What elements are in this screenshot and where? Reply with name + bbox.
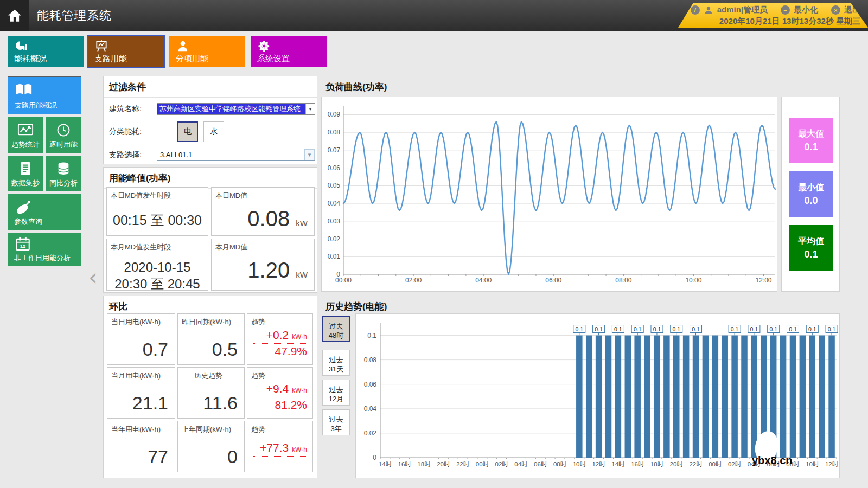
month-usage-cell: 当月用电(kW·h) 21.1 (107, 367, 175, 419)
history-trend-value: 11.6 (203, 393, 238, 414)
day-trend-pct: 47.9% (253, 345, 307, 358)
database-icon (56, 161, 71, 176)
sidebar-item-hourly-energy[interactable]: 逐时用能 (46, 117, 81, 153)
logout-icon[interactable]: × (831, 5, 840, 15)
bar (586, 336, 592, 458)
today-md-period-value: 00:15 至 00:30 (107, 211, 208, 229)
branch-select-value: 3.ALL01.1 (157, 149, 304, 160)
cell-label: 当年用电(kW·h) (107, 421, 175, 434)
bar (683, 336, 690, 458)
sidebar-item-trend-stats[interactable]: 趋势统计 (8, 117, 43, 153)
home-icon (7, 8, 23, 24)
sidebar-item-label: 参数查询 (14, 217, 81, 227)
range-past-48h-button[interactable]: 过去48时 (322, 316, 350, 342)
satellite-icon (14, 200, 34, 216)
logout-button[interactable]: 退出 (844, 5, 860, 15)
nav-tab-label: 能耗概况 (14, 54, 47, 64)
logged-in-user: admin|管理员 (717, 5, 768, 15)
lastyear-usage-cell: 上年同期(kW·h) 0 (177, 421, 245, 472)
building-name-label: 建筑名称: (109, 104, 157, 114)
bar (693, 336, 699, 458)
year-trend-cell: 趋势 +77.3 kW·h (247, 421, 313, 472)
month-trend-pct: 81.2% (253, 399, 307, 412)
today-usage-cell: 当日用电(kW·h) 0.7 (107, 313, 175, 365)
nav-tab-subitem-energy[interactable]: 分项用能 (169, 36, 245, 67)
history-trend-title: 历史趋势(电能) (326, 300, 387, 313)
collapse-sidebar-chevron-icon[interactable]: ‹ (88, 264, 98, 291)
bar (625, 336, 631, 458)
svg-text:08时: 08时 (553, 461, 567, 467)
load-curve-chart: 00.010.020.030.040.050.060.070.080.0900:… (322, 97, 777, 293)
lastyear-usage-value: 0 (227, 446, 238, 467)
building-select-arrow-icon[interactable]: ▾ (305, 104, 315, 114)
today-md-value-cell: 本日MD值 0.08 kW (211, 187, 315, 236)
sidebar-item-yoy-analysis[interactable]: 同比分析 (46, 156, 81, 191)
svg-text:0.03: 0.03 (328, 217, 341, 225)
svg-text:0.1: 0.1 (576, 326, 584, 332)
max-value-label: 最大值 (789, 129, 833, 140)
minimize-icon[interactable]: − (781, 5, 790, 15)
svg-text:0.1: 0.1 (750, 326, 758, 332)
svg-text:22时: 22时 (689, 461, 703, 467)
info-icon[interactable]: i (691, 5, 700, 15)
bar (800, 336, 806, 458)
app-title: 能耗管理系统 (37, 8, 112, 24)
svg-text:12: 12 (20, 243, 25, 249)
energy-type-electric-button[interactable]: 电 (177, 121, 198, 142)
bar (722, 336, 728, 458)
minimize-button[interactable]: 最小化 (794, 5, 818, 15)
month-md-value: 1.20 (247, 258, 290, 282)
energy-type-label: 分类能耗: (109, 127, 157, 137)
sidebar-item-parameter-query[interactable]: 参数查询 (8, 194, 81, 230)
svg-text:0.02: 0.02 (328, 235, 341, 243)
sidebar-item-nonworkday-analysis[interactable]: 12 非工作日用能分析 (8, 233, 81, 266)
home-button[interactable] (0, 0, 29, 31)
svg-text:00:00: 00:00 (335, 277, 352, 284)
bar (673, 336, 680, 458)
avg-value-label: 平均值 (789, 236, 833, 247)
svg-text:0: 0 (373, 454, 376, 461)
svg-text:0.06: 0.06 (328, 164, 341, 172)
range-past-3y-button[interactable]: 过去3年 (322, 409, 350, 435)
month-usage-value: 21.1 (132, 393, 168, 414)
document-icon (18, 161, 33, 176)
nav-tab-energy-overview[interactable]: 能耗概况 (8, 36, 84, 67)
svg-text:0.1: 0.1 (614, 326, 622, 332)
cell-label: 本月MD值发生时段 (107, 239, 208, 252)
bar (712, 336, 719, 458)
clock-icon (56, 123, 71, 138)
nav-tab-label: 分项用能 (176, 54, 208, 64)
svg-text:02:00: 02:00 (405, 277, 422, 284)
svg-text:0.08: 0.08 (364, 356, 377, 364)
branch-select[interactable]: 3.ALL01.1 ▾ (157, 149, 315, 161)
range-past-12m-button[interactable]: 过去12月 (322, 380, 350, 406)
bar (819, 336, 825, 458)
svg-text:12时: 12时 (825, 461, 839, 467)
building-select[interactable]: 苏州高新区实验中学锦峰路校区能耗管理系统 ▾ (157, 103, 315, 115)
cell-label: 当日用电(kW·h) (107, 314, 175, 327)
branch-select-arrow-icon[interactable]: ▾ (304, 149, 315, 160)
yesterday-usage-value: 0.5 (212, 339, 238, 360)
bar (751, 336, 757, 458)
day-trend-delta: +0.2 (266, 329, 289, 341)
svg-text:0.1: 0.1 (789, 326, 797, 332)
svg-text:0.1: 0.1 (672, 326, 680, 332)
month-trend-unit: kW·h (292, 387, 307, 394)
svg-text:0.05: 0.05 (328, 182, 341, 189)
bar (576, 336, 583, 458)
energy-type-water-button[interactable]: 水 (203, 121, 224, 142)
sidebar-item-label: 数据集抄 (8, 178, 43, 188)
svg-text:16时: 16时 (398, 461, 412, 467)
nav-tab-system-settings[interactable]: 系统设置 (251, 36, 327, 67)
sidebar-item-branch-overview[interactable]: 支路用能概况 (8, 76, 81, 114)
range-past-31d-button[interactable]: 过去31天 (322, 350, 350, 376)
sidebar-item-data-collection[interactable]: 数据集抄 (8, 156, 43, 191)
svg-text:18时: 18时 (417, 461, 431, 467)
gear-icon (257, 39, 271, 53)
nav-tab-branch-energy[interactable]: 支路用能 (88, 36, 164, 67)
svg-text:14时: 14时 (611, 461, 625, 467)
svg-text:0.1: 0.1 (769, 326, 777, 332)
cell-label: 本日MD值发生时段 (107, 188, 208, 201)
bar (654, 336, 660, 458)
bar (809, 336, 816, 458)
